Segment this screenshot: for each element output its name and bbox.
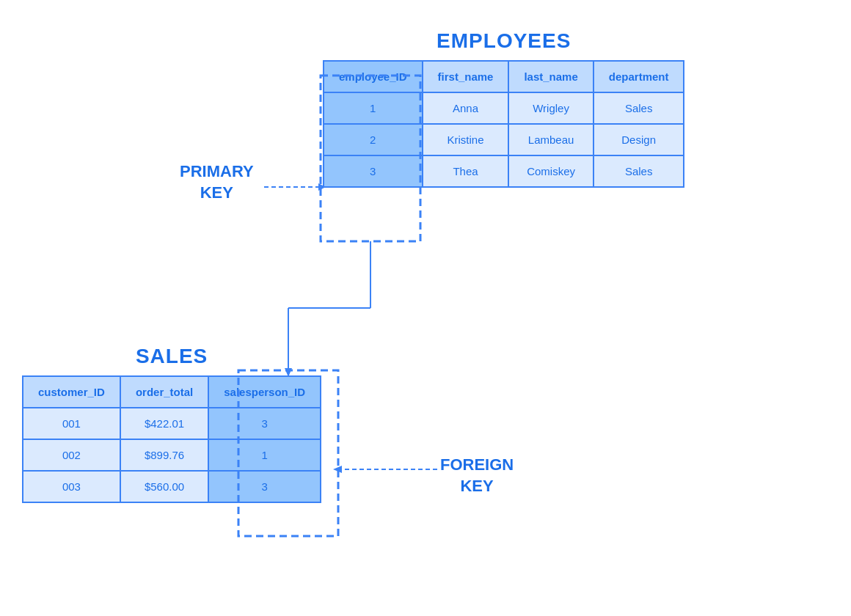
emp-dept-2: Design [593,124,684,155]
sale-sp-1: 3 [208,408,321,439]
sales-col-order-total: order_total [120,376,208,408]
employees-table: employee_ID first_name last_name departm… [323,60,684,188]
foreign-key-arrowhead [333,466,342,473]
sales-table: customer_ID order_total salesperson_ID 0… [22,375,321,503]
foreign-key-label: FOREIGNKEY [440,455,514,496]
sales-col-customer-id: customer_ID [23,376,120,408]
emp-id-2: 2 [324,124,423,155]
emp-firstname-1: Anna [423,92,509,124]
sales-section: SALES customer_ID order_total salesperso… [22,345,321,503]
employees-col-department: department [593,61,684,92]
employees-col-employee-id: employee_ID [324,61,423,92]
table-row: 002 $899.76 1 [23,439,321,471]
employees-col-first-name: first_name [423,61,509,92]
emp-lastname-3: Comiskey [508,155,593,187]
table-row: 1 Anna Wrigley Sales [324,92,684,124]
employees-section: EMPLOYEES employee_ID first_name last_na… [323,29,684,188]
sale-sp-2: 1 [208,439,321,471]
emp-dept-1: Sales [593,92,684,124]
emp-id-1: 1 [324,92,423,124]
sales-title: SALES [22,345,321,368]
sale-total-2: $899.76 [120,439,208,471]
emp-dept-3: Sales [593,155,684,187]
employees-col-last-name: last_name [508,61,593,92]
employees-header-row: employee_ID first_name last_name departm… [324,61,684,92]
diagram-container: EMPLOYEES employee_ID first_name last_na… [0,0,851,616]
table-row: 001 $422.01 3 [23,408,321,439]
emp-firstname-2: Kristine [423,124,509,155]
emp-id-3: 3 [324,155,423,187]
sales-header-row: customer_ID order_total salesperson_ID [23,376,321,408]
sale-total-1: $422.01 [120,408,208,439]
table-row: 003 $560.00 3 [23,471,321,502]
employees-title: EMPLOYEES [323,29,684,53]
emp-firstname-3: Thea [423,155,509,187]
emp-lastname-1: Wrigley [508,92,593,124]
sales-col-salesperson-id: salesperson_ID [208,376,321,408]
table-row: 3 Thea Comiskey Sales [324,155,684,187]
sale-cust-1: 001 [23,408,120,439]
sale-sp-3: 3 [208,471,321,502]
table-row: 2 Kristine Lambeau Design [324,124,684,155]
sale-cust-2: 002 [23,439,120,471]
sale-cust-3: 003 [23,471,120,502]
sale-total-3: $560.00 [120,471,208,502]
emp-lastname-2: Lambeau [508,124,593,155]
primary-key-label: PRIMARYKEY [180,161,254,203]
